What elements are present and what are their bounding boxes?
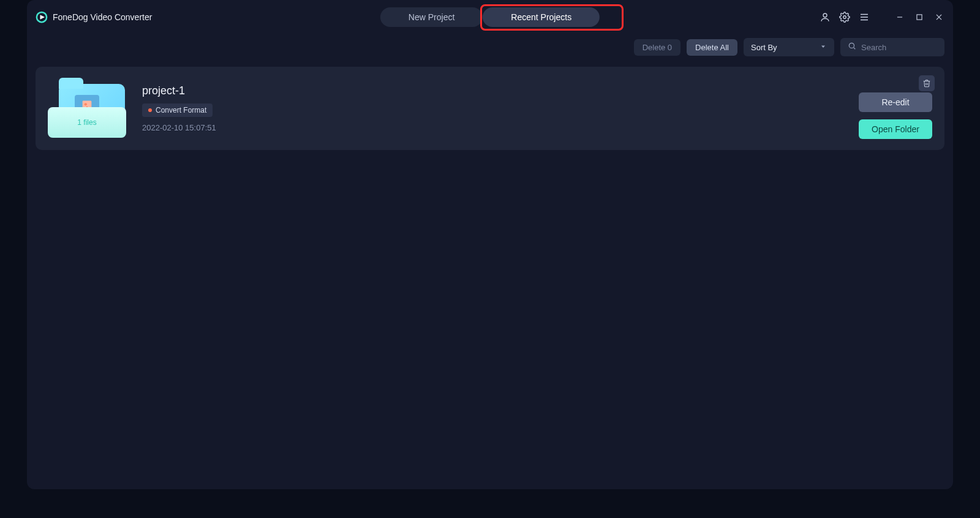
account-icon[interactable] [820,12,831,23]
svg-rect-8 [917,14,922,19]
project-thumbnail: 1 files [48,79,127,138]
minimize-button[interactable] [894,12,905,23]
badge-dot-icon [148,108,152,112]
svg-point-2 [823,13,827,17]
sort-dropdown[interactable]: Sort By [744,38,834,56]
project-card: 1 files project-1 Convert Format 2022-02… [36,67,944,150]
svg-point-15 [85,103,87,105]
svg-marker-1 [40,15,45,20]
delete-all-button[interactable]: Delete All [687,39,737,56]
app-logo-icon [36,11,48,23]
open-folder-button[interactable]: Open Folder [859,119,932,139]
tab-recent-projects[interactable]: Recent Projects [483,7,600,27]
list-toolbar: Delete 0 Delete All Sort By [27,36,953,58]
badge-label: Convert Format [156,106,206,114]
svg-point-3 [843,15,846,18]
project-timestamp: 2022-02-10 15:07:51 [142,123,216,132]
title-bar: FoneDog Video Converter New Project Rece… [27,0,953,34]
file-count-label: 1 files [77,118,96,127]
app-title: FoneDog Video Converter [53,12,152,22]
delete-selected-button[interactable]: Delete 0 [634,39,680,56]
project-info: project-1 Convert Format 2022-02-10 15:0… [142,84,216,132]
app-logo-group: FoneDog Video Converter [36,11,152,23]
project-name: project-1 [142,84,216,97]
sort-label: Sort By [751,43,777,52]
project-type-badge: Convert Format [142,103,213,117]
svg-marker-11 [821,46,825,48]
folder-front-icon: 1 files [48,107,126,138]
menu-icon[interactable] [859,12,870,23]
delete-project-button[interactable] [919,75,935,91]
svg-point-12 [849,43,854,48]
search-icon [848,42,856,53]
search-box[interactable] [840,38,944,56]
search-input[interactable] [861,43,937,52]
chevron-down-icon [820,42,827,53]
svg-line-13 [854,48,856,50]
maximize-button[interactable] [914,12,925,23]
close-button[interactable] [933,12,944,23]
projects-list: 1 files project-1 Convert Format 2022-02… [27,58,953,489]
app-window: FoneDog Video Converter New Project Rece… [27,0,953,489]
settings-icon[interactable] [839,12,850,23]
reedit-button[interactable]: Re-edit [859,92,932,112]
main-tabs: New Project Recent Projects [380,7,600,27]
tab-new-project[interactable]: New Project [380,7,483,27]
window-controls-group [820,12,944,23]
